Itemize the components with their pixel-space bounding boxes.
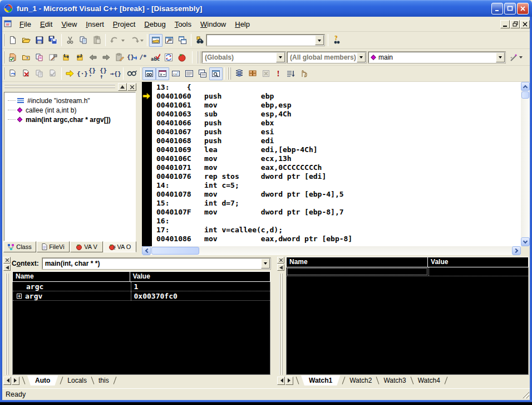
wizardbar-actions-button[interactable] bbox=[505, 51, 525, 64]
tab-va-outline[interactable]: VA O bbox=[104, 241, 136, 252]
disassembly-gutter[interactable] bbox=[142, 82, 152, 246]
tab-scroll-right-button[interactable] bbox=[12, 377, 19, 385]
run-to-cursor-button[interactable]: →{} bbox=[110, 67, 121, 80]
tab-classview[interactable]: Class bbox=[3, 241, 36, 252]
undo-button[interactable] bbox=[107, 34, 126, 47]
navigate-forward-button[interactable] bbox=[100, 51, 113, 64]
panel-minimize-button[interactable] bbox=[118, 83, 127, 91]
disassembly-line[interactable]: 14: int c=5; bbox=[156, 181, 521, 190]
tree-item-callee[interactable]: callee (int a,int b) bbox=[6, 105, 134, 115]
va-open-file-button[interactable] bbox=[6, 51, 19, 64]
maximize-button[interactable] bbox=[504, 3, 516, 14]
tab-auto[interactable]: Auto bbox=[27, 375, 58, 386]
scroll-up-button[interactable] bbox=[521, 82, 530, 91]
find-combo[interactable] bbox=[206, 35, 324, 46]
tab-watch4[interactable]: Watch4 bbox=[416, 377, 442, 384]
vertical-scroll-thumb[interactable] bbox=[521, 91, 529, 99]
menu-tools[interactable]: Tools bbox=[170, 18, 196, 31]
watch-grid[interactable]: Name Value bbox=[286, 257, 529, 375]
vertical-scrollbar[interactable] bbox=[521, 82, 530, 246]
va-snippet-button[interactable]: {} bbox=[126, 51, 137, 64]
column-header-value[interactable]: Value bbox=[130, 271, 270, 282]
disassembly-line[interactable]: 00401067 push esi bbox=[156, 128, 521, 136]
build-button[interactable] bbox=[246, 67, 259, 80]
menu-edit[interactable]: Edit bbox=[36, 18, 57, 31]
scroll-right-button[interactable] bbox=[512, 246, 521, 255]
tree-item-include[interactable]: #include "iostream.h" bbox=[6, 96, 134, 105]
menu-project[interactable]: Project bbox=[109, 18, 140, 31]
save-button[interactable] bbox=[33, 34, 46, 47]
copy-button[interactable] bbox=[77, 34, 90, 47]
variable-value[interactable]: 0x00370fc0 bbox=[131, 292, 270, 300]
variables-grid[interactable]: Name Value argc 1 +argv 0x00370fc0 bbox=[12, 271, 270, 375]
step-out-button[interactable]: {}↑ bbox=[99, 67, 110, 80]
tab-watch3[interactable]: Watch3 bbox=[381, 377, 408, 384]
workspace-window-button[interactable] bbox=[149, 34, 162, 47]
disassembly-line[interactable]: 16: bbox=[156, 217, 521, 226]
va-spell-check-button[interactable]: abc bbox=[149, 51, 162, 64]
tree-item-label[interactable]: #include "iostream.h" bbox=[27, 97, 90, 105]
tab-scroll-right-button[interactable] bbox=[285, 377, 293, 385]
disassembly-line[interactable]: 00401069 lea edi,[ebp-4Ch] bbox=[156, 145, 521, 154]
restart-button[interactable] bbox=[6, 67, 19, 80]
disassembly-line[interactable]: 00401086 mov eax,dword ptr [ebp-8] bbox=[156, 235, 521, 243]
search-in-help-button[interactable]: ? bbox=[330, 34, 343, 47]
function-combo-arrow[interactable] bbox=[496, 52, 505, 62]
toolbar-gripper[interactable] bbox=[228, 67, 231, 80]
open-button[interactable] bbox=[19, 34, 33, 47]
disassembly-line[interactable]: 0040106C mov ecx,13h bbox=[156, 154, 521, 163]
tab-va-view[interactable]: VA V bbox=[70, 241, 103, 252]
panel-gripper[interactable] bbox=[6, 274, 9, 384]
resize-grip[interactable] bbox=[521, 391, 529, 398]
tab-fileview[interactable]: FileVi bbox=[37, 241, 70, 252]
close-button[interactable] bbox=[517, 3, 529, 14]
members-combo[interactable]: (All global members) bbox=[287, 52, 366, 63]
tree-item-label[interactable]: main(int argc,char * argv[]) bbox=[26, 116, 111, 124]
step-over-button[interactable]: {}⁺ bbox=[88, 67, 99, 80]
disassembly-line[interactable]: 00401061 mov ebp,esp bbox=[156, 101, 521, 110]
disassembly-line[interactable]: 00401071 mov eax,0CCCCCCCCh bbox=[156, 163, 521, 172]
panel-gripper[interactable] bbox=[4, 84, 115, 90]
va-tools-button[interactable] bbox=[46, 51, 60, 64]
panel-close-button[interactable] bbox=[3, 257, 11, 264]
edit-breakpoints-hand-button[interactable] bbox=[297, 67, 311, 80]
show-next-statement-button[interactable] bbox=[63, 67, 77, 80]
class-combo-arrow[interactable] bbox=[276, 52, 285, 62]
disassembly-line[interactable]: 00401078 mov dword ptr [ebp-4],5 bbox=[156, 190, 521, 199]
va-undo-button[interactable] bbox=[60, 51, 73, 64]
tree-item-main[interactable]: main(int argc,char * argv[]) bbox=[6, 115, 134, 124]
va-comment-button[interactable]: /* bbox=[137, 51, 149, 64]
variable-row-argc[interactable]: argc 1 bbox=[13, 282, 270, 291]
va-options-tomato-button[interactable] bbox=[175, 51, 189, 64]
context-combo-arrow[interactable] bbox=[261, 258, 270, 269]
function-combo[interactable]: main bbox=[368, 52, 505, 63]
members-combo-arrow[interactable] bbox=[357, 52, 366, 62]
compile-button[interactable] bbox=[233, 67, 246, 80]
disassembly-code-area[interactable]: 13: { 00401060 push ebp 00401061 mov ebp… bbox=[142, 82, 521, 246]
va-paste-button[interactable] bbox=[113, 51, 126, 64]
step-into-button[interactable]: {·} bbox=[77, 67, 88, 80]
save-all-button[interactable] bbox=[46, 34, 60, 47]
disassembly-line-current[interactable]: 00401060 push ebp bbox=[156, 92, 521, 101]
variable-name[interactable]: argc bbox=[13, 282, 131, 291]
sort-button[interactable] bbox=[284, 67, 297, 80]
disassembly-line[interactable]: 00401068 push edi bbox=[156, 136, 521, 145]
panel-gripper[interactable] bbox=[279, 274, 283, 384]
disassembly-line[interactable]: 00401076 rep stos dword ptr [edi] bbox=[156, 172, 521, 181]
minimize-button[interactable] bbox=[491, 3, 503, 14]
members-combo-value[interactable]: (All global members) bbox=[288, 53, 357, 61]
apply-code-changes-button[interactable] bbox=[46, 67, 60, 80]
toolbar-gripper[interactable] bbox=[197, 51, 200, 64]
context-combo[interactable]: main(int, char * *) bbox=[42, 258, 270, 269]
tree-item-label[interactable]: callee (int a,int b) bbox=[26, 106, 76, 114]
find-combo-arrow[interactable] bbox=[315, 35, 324, 45]
tab-scroll-left-button[interactable] bbox=[3, 377, 11, 385]
paste-button[interactable] bbox=[90, 34, 104, 47]
tab-locals[interactable]: Locals bbox=[65, 377, 89, 384]
registers-window-button[interactable]: cx bbox=[169, 67, 183, 80]
find-in-files-button[interactable] bbox=[193, 34, 206, 47]
panel-collapse-button[interactable] bbox=[3, 264, 11, 271]
disassembly-line[interactable]: 13: { bbox=[156, 83, 521, 92]
stop-build-button[interactable] bbox=[259, 67, 273, 80]
menu-insert[interactable]: Insert bbox=[81, 18, 109, 31]
